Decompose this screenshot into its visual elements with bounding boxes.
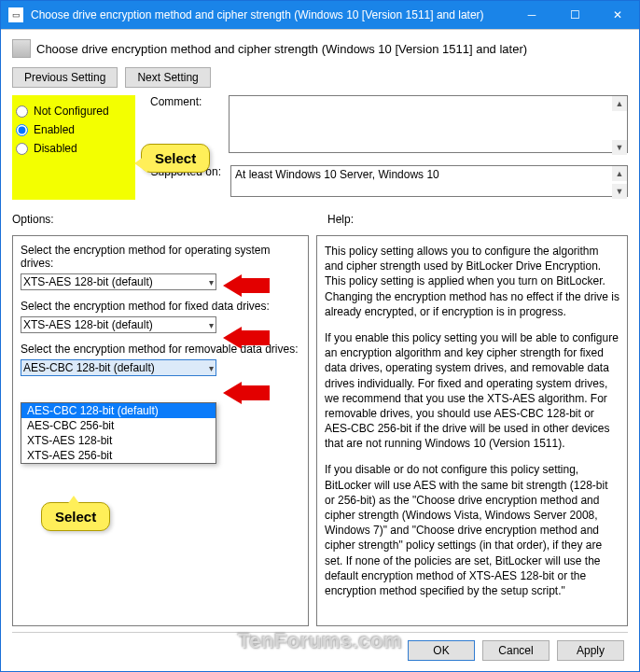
arrow-icon — [223, 327, 270, 349]
dropdown-option[interactable]: AES-CBC 128-bit (default) — [21, 403, 216, 418]
svg-marker-1 — [223, 327, 270, 349]
help-paragraph: This policy setting allows you to config… — [325, 244, 619, 319]
dropdown-removable-drives[interactable]: AES-CBC 128-bit (default) AES-CBC 256-bi… — [21, 402, 216, 464]
select-os-drives-value: XTS-AES 128-bit (default) — [23, 275, 153, 288]
help-label: Help: — [327, 213, 628, 226]
radio-enabled[interactable]: Enabled — [16, 123, 117, 136]
svg-marker-2 — [223, 382, 270, 404]
help-paragraph: If you disable or do not configure this … — [325, 462, 619, 598]
option-q2: Select the encryption method for fixed d… — [21, 300, 300, 313]
titlebar: ▭ Choose drive encryption method and cip… — [1, 1, 639, 29]
radio-disabled-label: Disabled — [34, 142, 77, 155]
radio-disabled[interactable]: Disabled — [16, 142, 117, 155]
chevron-down-icon: ▾ — [209, 320, 214, 330]
select-os-drives[interactable]: XTS-AES 128-bit (default) ▾ — [21, 273, 216, 290]
arrow-icon — [223, 382, 270, 404]
select-removable-drives[interactable]: AES-CBC 128-bit (default) ▾ — [21, 359, 216, 376]
select-fixed-drives[interactable]: XTS-AES 128-bit (default) ▾ — [21, 316, 216, 333]
scroll-up-icon[interactable]: ▲ — [612, 96, 627, 111]
gpo-icon: ▭ — [8, 7, 23, 22]
comment-input[interactable] — [229, 95, 628, 153]
window-title: Choose drive encryption method and ciphe… — [31, 8, 510, 21]
svg-marker-0 — [223, 274, 270, 297]
radio-not-configured-label: Not Configured — [34, 105, 109, 118]
arrow-icon — [223, 274, 270, 297]
scroll-up-icon[interactable]: ▲ — [612, 166, 627, 181]
help-paragraph: If you enable this policy setting you wi… — [325, 330, 619, 452]
dropdown-option[interactable]: XTS-AES 256-bit — [21, 448, 216, 463]
policy-title: Choose drive encryption method and ciphe… — [36, 42, 527, 56]
radio-disabled-input[interactable] — [16, 143, 28, 155]
dropdown-option[interactable]: AES-CBC 256-bit — [21, 418, 216, 433]
select-removable-drives-value: AES-CBC 128-bit (default) — [23, 361, 155, 374]
cancel-button[interactable]: Cancel — [482, 640, 550, 661]
callout-select-top: Select — [141, 144, 210, 173]
callout-select-bottom: Select — [41, 502, 110, 531]
apply-button[interactable]: Apply — [557, 640, 624, 661]
options-label: Options: — [12, 213, 313, 226]
maximize-button[interactable]: ☐ — [553, 1, 596, 29]
minimize-button[interactable]: ─ — [510, 1, 553, 29]
option-q1: Select the encryption method for operati… — [21, 244, 300, 270]
previous-setting-button[interactable]: Previous Setting — [12, 67, 118, 88]
chevron-down-icon: ▾ — [209, 277, 214, 287]
next-setting-button[interactable]: Next Setting — [125, 67, 210, 88]
radio-not-configured-input[interactable] — [16, 105, 28, 118]
scroll-down-icon[interactable]: ▼ — [612, 184, 627, 199]
scroll-down-icon[interactable]: ▼ — [612, 140, 627, 155]
radio-enabled-label: Enabled — [34, 123, 75, 136]
ok-button[interactable]: OK — [408, 640, 475, 661]
radio-not-configured[interactable]: Not Configured — [16, 105, 117, 118]
dialog-footer: OK Cancel Apply — [12, 632, 628, 665]
help-panel: This policy setting allows you to config… — [316, 235, 628, 626]
radio-enabled-input[interactable] — [16, 124, 28, 136]
policy-icon — [12, 39, 31, 58]
chevron-down-icon: ▾ — [209, 363, 214, 373]
state-radio-group: Not Configured Enabled Disabled — [12, 95, 135, 200]
dropdown-option[interactable]: XTS-AES 128-bit — [21, 433, 216, 448]
select-fixed-drives-value: XTS-AES 128-bit (default) — [23, 318, 153, 331]
close-button[interactable]: ✕ — [596, 1, 639, 29]
options-panel: Select the encryption method for operati… — [12, 235, 309, 626]
supported-text — [230, 165, 628, 197]
